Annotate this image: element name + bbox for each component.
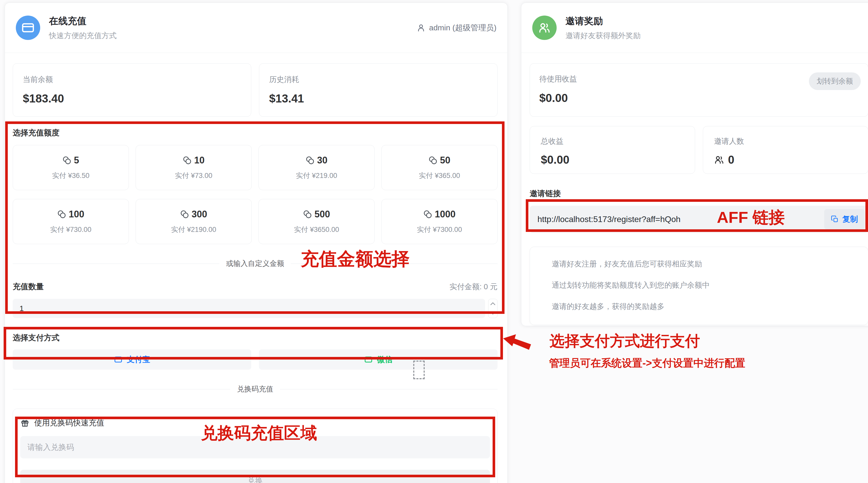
user-badge: admin (超级管理员) xyxy=(416,23,496,33)
quantity-row: 充值数量 实付金额: 0 元 xyxy=(13,281,498,292)
redeem-button[interactable]: 兑换 xyxy=(20,470,490,483)
wechat-card-icon xyxy=(364,355,373,364)
invite-panel: 邀请奖励 邀请好友获得额外奖励 待使用收益 划转到余额 $0.00 总收益 $0… xyxy=(521,3,868,326)
page: 在线充值 快速方便的充值方式 admin (超级管理员) 当前余额 $183.4… xyxy=(0,0,868,483)
amount-section-label: 选择充值额度 xyxy=(13,128,498,138)
invite-header: 邀请奖励 邀请好友获得额外奖励 xyxy=(521,3,868,53)
invite-count-card: 邀请人数 0 xyxy=(703,126,868,174)
redeem-card: 使用兑换码快速充值 兑换 xyxy=(13,409,498,483)
quantity-label: 充值数量 xyxy=(13,281,44,292)
users-icon xyxy=(532,16,557,40)
quantity-input-row xyxy=(13,299,498,318)
invite-link-row: http://localhost:5173/register?aff=hQoh … xyxy=(530,206,868,233)
redeem-divider-label: 兑换码充值 xyxy=(230,384,280,394)
amount-card-10[interactable]: 10 实付 ¥73.00 xyxy=(135,145,252,190)
user-badge-label: admin (超级管理员) xyxy=(429,23,496,33)
invite-count-value: 0 xyxy=(728,153,734,166)
redeem-divider: 兑换码充值 xyxy=(13,384,498,394)
coins-icon xyxy=(183,156,192,165)
coins-icon xyxy=(306,156,314,165)
current-balance-card: 当前余额 $183.40 xyxy=(13,63,251,117)
recharge-body: 当前余额 $183.40 历史消耗 $13.41 选择充值额度 5 实付 ¥36… xyxy=(5,63,507,483)
transfer-to-balance-button[interactable]: 划转到余额 xyxy=(809,72,861,90)
copy-link-button[interactable]: 复制 xyxy=(824,209,865,229)
stepper-up-button[interactable] xyxy=(489,299,497,308)
amount-pay: 实付 ¥365.00 xyxy=(419,171,460,180)
total-earnings-label: 总收益 xyxy=(541,136,684,147)
gift-icon xyxy=(20,418,30,428)
invite-link-label: 邀请链接 xyxy=(530,188,868,199)
amount-pay: 实付 ¥2190.00 xyxy=(171,225,216,234)
coins-icon xyxy=(57,210,66,219)
invite-count-label: 邀请人数 xyxy=(714,136,857,147)
annotation-payment-subtitle: 管理员可在系统设置->支付设置中进行配置 xyxy=(549,356,745,370)
invite-title-block: 邀请奖励 邀请好友获得额外奖励 xyxy=(565,15,641,41)
amount-grid: 5 实付 ¥36.50 10 实付 ¥73.00 30 实付 ¥219.00 5… xyxy=(13,145,498,244)
invite-tip: 通过划转功能将奖励额度转入到您的账户余额中 xyxy=(552,280,858,291)
amount-pay: 实付 ¥219.00 xyxy=(296,171,337,180)
current-balance-value: $183.40 xyxy=(23,92,241,105)
invite-body: 待使用收益 划转到余额 $0.00 总收益 $0.00 邀请人数 xyxy=(521,63,868,325)
amount-credits: 300 xyxy=(192,209,207,220)
redeem-card-title: 使用兑换码快速充值 xyxy=(34,418,104,428)
amount-card-50[interactable]: 50 实付 ¥365.00 xyxy=(381,145,498,190)
amount-pay: 实付 ¥73.00 xyxy=(175,171,212,180)
payment-methods-row: 支付宝 微信 xyxy=(13,350,498,370)
invite-stats-row: 总收益 $0.00 邀请人数 xyxy=(530,126,868,174)
invite-title: 邀请奖励 xyxy=(565,15,641,28)
redeem-card-header: 使用兑换码快速充值 xyxy=(20,418,490,428)
amount-credits: 5 xyxy=(74,155,79,166)
amount-card-500[interactable]: 500 实付 ¥3650.00 xyxy=(258,199,375,244)
amount-credits: 500 xyxy=(314,209,330,220)
pending-earnings-value: $0.00 xyxy=(539,92,859,104)
invite-tips-card: 邀请好友注册，好友充值后您可获得相应奖励 通过划转功能将奖励额度转入到您的账户余… xyxy=(530,247,868,325)
balance-row: 当前余额 $183.40 历史消耗 $13.41 xyxy=(13,63,498,117)
amount-pay: 实付 ¥3650.00 xyxy=(294,225,339,234)
total-earnings-card: 总收益 $0.00 xyxy=(530,126,695,174)
amount-credits: 10 xyxy=(194,155,205,166)
amount-card-1000[interactable]: 1000 实付 ¥7300.00 xyxy=(381,199,498,244)
pending-earnings-card: 待使用收益 划转到余额 $0.00 xyxy=(530,63,868,117)
coins-icon xyxy=(62,156,71,165)
custom-amount-divider-label: 或输入自定义金额 xyxy=(219,259,291,269)
amount-card-5[interactable]: 5 实付 ¥36.50 xyxy=(13,145,129,190)
history-consumed-card: 历史消耗 $13.41 xyxy=(259,63,498,117)
invite-tip: 邀请的好友越多，获得的奖励越多 xyxy=(552,301,858,312)
redeem-code-input[interactable] xyxy=(20,436,490,458)
custom-amount-divider: 或输入自定义金额 xyxy=(13,259,498,269)
amount-card-300[interactable]: 300 实付 ¥2190.00 xyxy=(135,199,252,244)
history-consumed-label: 历史消耗 xyxy=(269,74,487,85)
amount-credits: 50 xyxy=(440,155,450,166)
amount-pay: 实付 ¥730.00 xyxy=(50,225,91,234)
invite-link-url: http://localhost:5173/register?aff=hQoh xyxy=(537,214,681,224)
recharge-title-block: 在线充值 快速方便的充值方式 xyxy=(49,15,117,41)
payment-section-label: 选择支付方式 xyxy=(13,333,498,343)
alipay-label: 支付宝 xyxy=(127,354,150,365)
current-balance-label: 当前余额 xyxy=(23,74,241,85)
users-small-icon xyxy=(714,155,724,165)
wechat-label: 微信 xyxy=(377,354,393,365)
amount-credits: 100 xyxy=(69,209,84,220)
user-icon xyxy=(416,23,426,32)
coins-icon xyxy=(423,210,432,219)
wechat-button[interactable]: 微信 xyxy=(259,350,498,370)
alipay-button[interactable]: 支付宝 xyxy=(13,350,251,370)
credit-card-icon xyxy=(16,16,40,40)
recharge-title: 在线充值 xyxy=(49,15,117,28)
alipay-card-icon xyxy=(114,355,123,364)
coins-icon xyxy=(303,210,312,219)
amount-card-30[interactable]: 30 实付 ¥219.00 xyxy=(258,145,375,190)
annotation-payment-title: 选择支付方式进行支付 xyxy=(550,331,700,351)
quantity-stepper xyxy=(488,299,498,318)
stepper-down-button[interactable] xyxy=(489,308,497,318)
quantity-input[interactable] xyxy=(13,299,485,318)
recharge-subtitle: 快速方便的充值方式 xyxy=(49,31,117,41)
copy-button-label: 复制 xyxy=(842,214,858,224)
coins-icon xyxy=(429,156,437,165)
pay-amount-label: 实付金额: 0 元 xyxy=(450,282,498,292)
recharge-panel: 在线充值 快速方便的充值方式 admin (超级管理员) 当前余额 $183.4… xyxy=(5,3,508,483)
amount-card-100[interactable]: 100 实付 ¥730.00 xyxy=(13,199,129,244)
amount-pay: 实付 ¥7300.00 xyxy=(417,225,462,234)
invite-tip: 邀请好友注册，好友充值后您可获得相应奖励 xyxy=(552,259,858,269)
recharge-header: 在线充值 快速方便的充值方式 admin (超级管理员) xyxy=(5,3,507,53)
